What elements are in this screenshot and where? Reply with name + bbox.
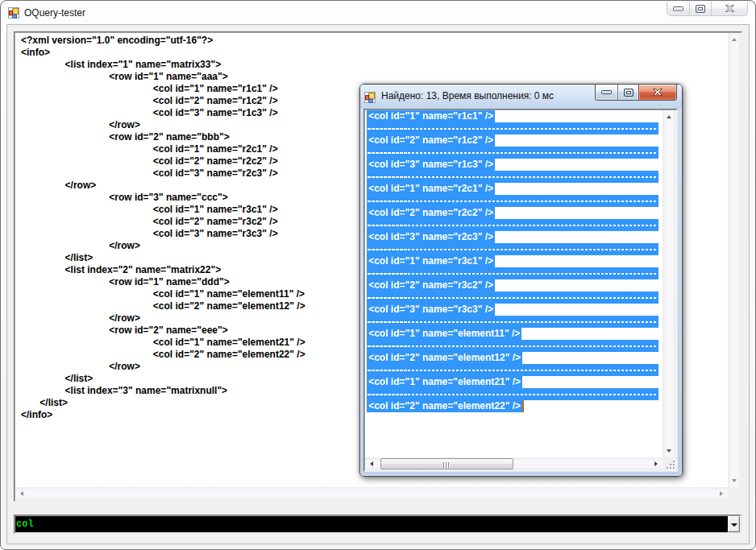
main-window-controls [667, 2, 748, 16]
main-window-title: OQuery-tester [24, 2, 85, 25]
dialog-minimize-button[interactable] [596, 85, 618, 100]
dropdown-arrow-icon [731, 523, 737, 527]
query-input[interactable]: col [15, 516, 740, 532]
close-button[interactable] [712, 2, 747, 15]
results-list[interactable]: <col id="1" name="r1c1" /><col id="2" na… [365, 110, 663, 458]
result-item[interactable]: <col id="2" name="r3c2" /> [367, 279, 663, 292]
result-separator [367, 388, 658, 400]
result-separator [367, 219, 658, 231]
query-combobox: col [14, 515, 741, 534]
result-item[interactable]: <col id="3" name="r1c3" /> [367, 159, 663, 171]
thumb-grip-icon [443, 462, 450, 468]
result-item[interactable]: <col id="2" name="r2c2" /> [367, 207, 663, 219]
maximize-icon [696, 5, 705, 13]
minimize-button[interactable] [667, 2, 690, 15]
minimize-icon [673, 6, 683, 11]
result-item[interactable]: <col id="1" name="element21" /> [367, 376, 663, 388]
result-item[interactable]: <col id="3" name="r3c3" /> [367, 304, 663, 316]
scroll-right-icon[interactable] [654, 461, 658, 466]
dialog-minimize-icon [601, 90, 612, 94]
application-icon [8, 7, 19, 19]
result-separator [367, 171, 658, 183]
close-icon [725, 5, 734, 12]
result-item[interactable]: <col id="2" name="r1c2" /> [367, 134, 663, 147]
query-text: col [16, 516, 34, 532]
result-item[interactable]: <col id="1" name="r2c1" /> [367, 183, 663, 195]
screen: OQuery-tester [0, 0, 756, 550]
result-separator [367, 267, 658, 279]
result-separator [367, 147, 658, 159]
scrollbar-thumb[interactable] [380, 458, 513, 469]
dialog-maximize-button[interactable] [618, 85, 639, 100]
dialog-maximize-icon [624, 89, 633, 97]
result-separator [367, 364, 658, 376]
results-textbox: <col id="1" name="r1c1" /><col id="2" na… [363, 109, 678, 473]
result-separator [367, 195, 658, 207]
dialog-window-controls [595, 85, 677, 101]
size-grip-icon [667, 461, 675, 469]
main-titlebar[interactable]: OQuery-tester [2, 2, 754, 25]
results-vertical-scrollbar[interactable] [663, 110, 676, 458]
result-item[interactable]: <col id="3" name="r2c3" /> [367, 231, 663, 243]
dialog-title: Найдено: 13, Время выполнения: 0 мс [381, 85, 554, 109]
result-separator [367, 122, 658, 134]
scroll-left-icon[interactable] [20, 491, 23, 496]
dialog-close-icon [653, 89, 663, 96]
dialog-icon [364, 92, 376, 103]
text-caret [522, 400, 524, 412]
result-separator [367, 292, 658, 304]
result-separator [367, 316, 658, 328]
result-item[interactable]: <col id="1" name="r3c1" /> [367, 255, 663, 267]
scroll-down-icon[interactable] [667, 449, 671, 453]
xml-horizontal-scrollbar[interactable] [15, 487, 728, 500]
dialog-titlebar[interactable]: Найдено: 13, Время выполнения: 0 мс [360, 85, 682, 109]
result-item[interactable]: <col id="1" name="r1c1" /> [367, 110, 663, 122]
result-item[interactable]: <col id="2" name="element22" /> [367, 400, 663, 412]
scroll-right-icon[interactable] [720, 491, 723, 496]
result-item[interactable]: <col id="1" name="element11" /> [367, 328, 663, 340]
resize-grip[interactable] [663, 457, 676, 470]
results-horizontal-scrollbar[interactable] [365, 457, 663, 470]
results-dialog: Найдено: 13, Время выполнения: 0 мс [359, 84, 683, 477]
scroll-up-icon[interactable] [667, 115, 671, 118]
scroll-down-icon[interactable] [732, 479, 737, 482]
dialog-close-button[interactable] [639, 85, 676, 100]
result-separator [367, 243, 658, 255]
scrollbar-corner [728, 487, 741, 500]
maximize-button[interactable] [690, 2, 712, 15]
xml-vertical-scrollbar[interactable] [728, 33, 741, 487]
result-item[interactable]: <col id="2" name="element12" /> [367, 352, 663, 364]
scroll-up-icon[interactable] [732, 38, 737, 41]
combobox-dropdown-button[interactable] [728, 516, 740, 532]
result-separator [367, 340, 658, 352]
scroll-left-icon[interactable] [370, 461, 373, 466]
